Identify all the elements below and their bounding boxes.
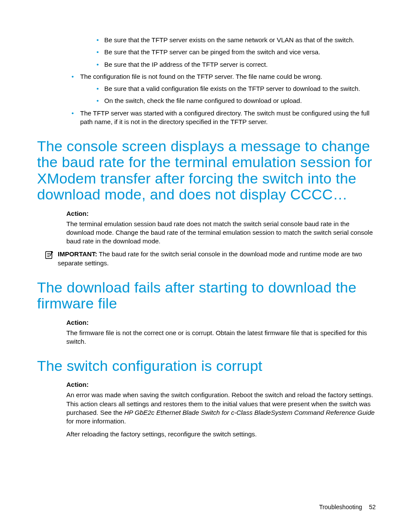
important-label: IMPORTANT: [58,250,97,258]
action-label: Action: [66,319,376,326]
important-icon [45,250,54,260]
document-page: Be sure that the TFTP server exists on t… [0,0,411,532]
list-item: The TFTP server was started with a confi… [68,109,376,127]
section-heading-config-corrupt: The switch configuration is corrupt [37,358,376,374]
list-item: On the switch, check the file name confi… [80,96,376,105]
action-body: An error was made when saving the switch… [66,391,376,426]
action-body-post: for more information. [66,417,126,425]
footer-section: Troubleshooting [319,504,362,510]
action-block: Action: The terminal emulation session b… [66,210,376,246]
footer-page-number: 52 [369,504,376,510]
important-body: The baud rate for the switch serial cons… [58,250,362,266]
bullet-list: The configuration file is not found on t… [68,72,376,126]
list-item: Be sure that the TFTP server can be ping… [80,48,376,56]
list-item: Be sure that the IP address of the TFTP … [80,60,376,69]
action-block: Action: An error was made when saving th… [66,381,376,439]
page-footer: Troubleshooting 52 [319,504,376,510]
list-item: Be sure that a valid configuration file … [80,84,376,93]
section-heading-baud-rate: The console screen displays a message to… [37,138,376,203]
list-item: Be sure that the TFTP server exists on t… [80,36,376,44]
reference-title: HP GbE2c Ethernet Blade Switch for c-Cla… [124,409,374,416]
bullet-sublist-2: Be sure that a valid configuration file … [80,84,376,106]
list-item: The configuration file is not found on t… [68,72,376,106]
important-note: IMPORTANT: The baud rate for the switch … [45,250,376,268]
action-after: After reloading the factory settings, re… [66,430,376,439]
list-item-text: The configuration file is not found on t… [80,73,322,80]
action-label: Action: [66,381,376,388]
section-heading-download-fails: The download fails after starting to dow… [37,280,376,312]
important-text: IMPORTANT: The baud rate for the switch … [58,250,376,268]
action-body: The firmware file is not the correct one… [66,329,376,346]
action-body: The terminal emulation session baud rate… [66,220,376,246]
bullet-sublist-1: Be sure that the TFTP server exists on t… [80,36,376,69]
action-block: Action: The firmware file is not the cor… [66,319,376,346]
action-label: Action: [66,210,376,217]
